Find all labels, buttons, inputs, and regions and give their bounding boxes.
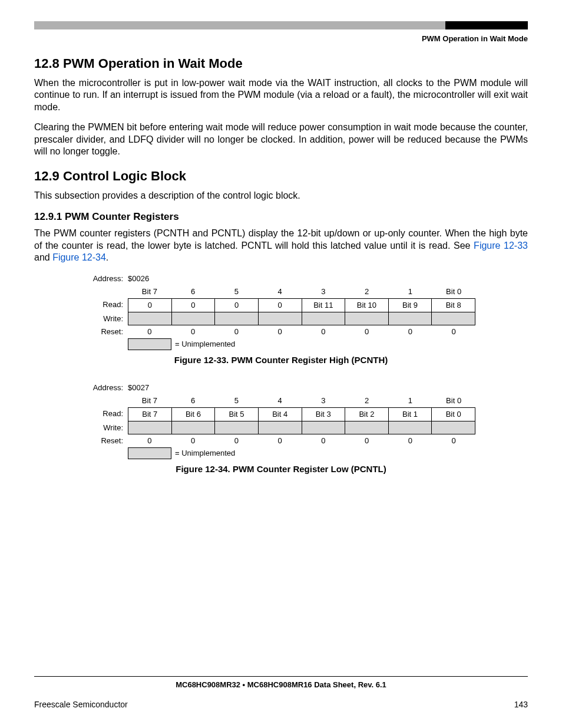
read-cell: Bit 6 bbox=[171, 408, 215, 421]
read-cell: Bit 3 bbox=[302, 408, 345, 421]
reset-cell: 0 bbox=[389, 434, 432, 447]
write-cell bbox=[171, 421, 215, 434]
unimplemented-swatch bbox=[128, 447, 171, 459]
bit-header: 6 bbox=[171, 285, 215, 298]
reset-cell: 0 bbox=[171, 325, 215, 338]
section-12-8-heading: 12.8 PWM Operation in Wait Mode bbox=[34, 56, 528, 71]
write-cell bbox=[345, 312, 388, 325]
write-label: Write: bbox=[87, 312, 128, 325]
reset-cell: 0 bbox=[345, 325, 389, 338]
read-cell: Bit 9 bbox=[388, 299, 432, 312]
reset-cell: 0 bbox=[432, 325, 475, 338]
section-12-9-p1: This subsection provides a description o… bbox=[34, 190, 528, 202]
reset-label: Reset: bbox=[87, 434, 128, 447]
bit-header: Bit 0 bbox=[432, 285, 475, 298]
header-bar bbox=[34, 21, 528, 29]
write-cell bbox=[345, 421, 388, 434]
reset-cell: 0 bbox=[345, 434, 389, 447]
bit-header: 3 bbox=[302, 285, 345, 298]
reset-cell: 0 bbox=[215, 434, 259, 447]
read-cell: Bit 5 bbox=[214, 408, 258, 421]
read-cell: Bit 8 bbox=[431, 299, 475, 312]
write-cell bbox=[388, 421, 432, 434]
address-value: $0026 bbox=[128, 272, 171, 285]
write-cell bbox=[258, 421, 302, 434]
reset-cell: 0 bbox=[302, 434, 345, 447]
footer-doc-title: MC68HC908MR32 • MC68HC908MR16 Data Sheet… bbox=[34, 680, 528, 689]
write-cell bbox=[214, 421, 258, 434]
read-cell: Bit 1 bbox=[388, 408, 432, 421]
read-cell: Bit 11 bbox=[302, 299, 345, 312]
register-pcnth-table: Address: $0026 Bit 7 6 5 4 3 2 1 Bit 0 R… bbox=[87, 272, 475, 350]
read-cell: Bit 7 bbox=[128, 408, 171, 421]
link-figure-12-34[interactable]: Figure 12-34 bbox=[52, 252, 106, 262]
figure-12-34-caption: Figure 12-34. PWM Counter Register Low (… bbox=[34, 464, 528, 474]
write-cell bbox=[171, 312, 215, 325]
bit-header: 4 bbox=[258, 285, 302, 298]
bit-header: 5 bbox=[215, 394, 259, 407]
write-cell bbox=[128, 312, 171, 325]
reset-cell: 0 bbox=[171, 434, 215, 447]
reset-label: Reset: bbox=[87, 325, 128, 338]
read-cell: Bit 10 bbox=[345, 299, 388, 312]
bit-header: Bit 7 bbox=[128, 394, 171, 407]
reset-cell: 0 bbox=[432, 434, 475, 447]
write-cell bbox=[431, 421, 475, 434]
bit-header: 4 bbox=[258, 394, 302, 407]
reset-cell: 0 bbox=[215, 325, 259, 338]
reset-cell: 0 bbox=[258, 325, 302, 338]
running-header: PWM Operation in Wait Mode bbox=[34, 34, 528, 43]
write-cell bbox=[388, 312, 432, 325]
bit-header: 2 bbox=[345, 285, 389, 298]
bit-header: Bit 7 bbox=[128, 285, 171, 298]
read-cell: Bit 2 bbox=[345, 408, 388, 421]
read-cell: 0 bbox=[214, 299, 258, 312]
read-cell: 0 bbox=[128, 299, 171, 312]
section-12-8-p1: When the microcontroller is put in low-p… bbox=[34, 77, 528, 113]
bit-header: 1 bbox=[389, 394, 432, 407]
page-footer: MC68HC908MR32 • MC68HC908MR16 Data Sheet… bbox=[34, 676, 528, 709]
register-pcntl-table: Address: $0027 Bit 7 6 5 4 3 2 1 Bit 0 R… bbox=[87, 381, 475, 459]
section-12-9-1-heading: 12.9.1 PWM Counter Registers bbox=[34, 211, 528, 223]
p1-mid: and bbox=[34, 252, 52, 262]
bit-header: 5 bbox=[215, 285, 259, 298]
bit-header: 3 bbox=[302, 394, 345, 407]
page-number: 143 bbox=[514, 700, 528, 709]
reset-cell: 0 bbox=[128, 325, 171, 338]
write-cell bbox=[302, 421, 345, 434]
section-12-8-p2: Clearing the PWMEN bit before entering w… bbox=[34, 121, 528, 157]
address-label: Address: bbox=[87, 381, 128, 394]
footer-company: Freescale Semiconductor bbox=[34, 700, 128, 709]
link-figure-12-33[interactable]: Figure 12-33 bbox=[474, 241, 528, 251]
write-label: Write: bbox=[87, 421, 128, 434]
bit-header: 1 bbox=[389, 285, 432, 298]
write-cell bbox=[128, 421, 171, 434]
section-12-9-1-p1: The PWM counter registers (PCNTH and PCN… bbox=[34, 228, 528, 263]
read-label: Read: bbox=[87, 407, 128, 421]
read-cell: Bit 4 bbox=[258, 408, 302, 421]
read-label: Read: bbox=[87, 298, 128, 312]
p1-post: . bbox=[106, 252, 108, 262]
p1-pre: The PWM counter registers (PCNTH and PCN… bbox=[34, 228, 528, 250]
figure-12-33-caption: Figure 12-33. PWM Counter Register High … bbox=[34, 355, 528, 365]
read-cell: 0 bbox=[258, 299, 302, 312]
reset-cell: 0 bbox=[302, 325, 345, 338]
unimplemented-swatch bbox=[128, 338, 171, 350]
write-cell bbox=[214, 312, 258, 325]
reset-cell: 0 bbox=[258, 434, 302, 447]
legend-text: = Unimplemented bbox=[175, 449, 235, 457]
reset-cell: 0 bbox=[389, 325, 432, 338]
bit-header: Bit 0 bbox=[432, 394, 475, 407]
read-cell: 0 bbox=[171, 299, 215, 312]
address-label: Address: bbox=[87, 272, 128, 285]
bit-header: 2 bbox=[345, 394, 389, 407]
legend-text: = Unimplemented bbox=[175, 340, 235, 348]
write-cell bbox=[431, 312, 475, 325]
read-cell: Bit 0 bbox=[431, 408, 475, 421]
reset-cell: 0 bbox=[128, 434, 171, 447]
section-12-9-heading: 12.9 Control Logic Block bbox=[34, 169, 528, 184]
write-cell bbox=[302, 312, 345, 325]
address-value: $0027 bbox=[128, 381, 171, 394]
bit-header: 6 bbox=[171, 394, 215, 407]
write-cell bbox=[258, 312, 302, 325]
